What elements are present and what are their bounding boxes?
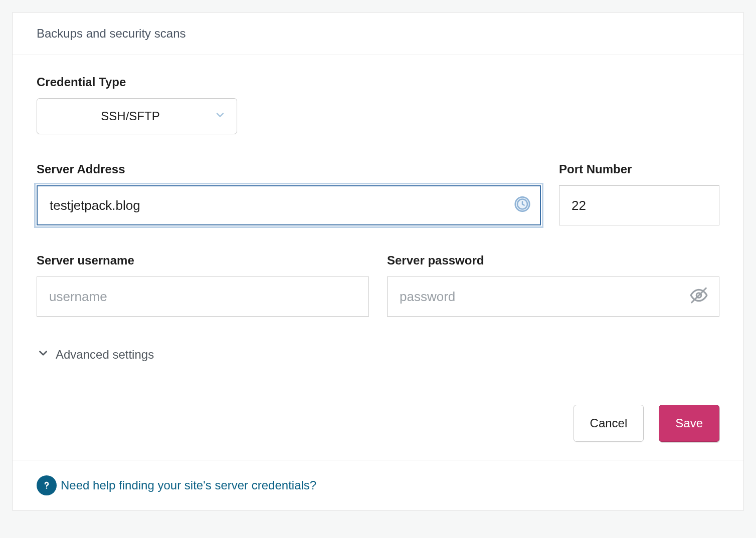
credential-type-select[interactable]: SSH/SFTP bbox=[37, 98, 237, 134]
credential-type-select-wrap: SSH/SFTP bbox=[37, 98, 237, 134]
password-label: Server password bbox=[387, 253, 719, 267]
username-input[interactable] bbox=[37, 277, 369, 317]
advanced-settings-label: Advanced settings bbox=[56, 348, 154, 362]
server-address-label: Server Address bbox=[37, 162, 541, 176]
card-body: Credential Type SSH/SFTP Server Address bbox=[13, 55, 743, 460]
port-input[interactable] bbox=[559, 185, 719, 225]
history-icon[interactable] bbox=[514, 196, 531, 215]
cancel-button[interactable]: Cancel bbox=[574, 405, 644, 442]
username-password-row: Server username Server password bbox=[37, 253, 719, 317]
card-header: Backups and security scans bbox=[13, 13, 743, 55]
question-circle-icon bbox=[37, 475, 57, 495]
card-footer: Need help finding your site's server cre… bbox=[13, 460, 743, 510]
form-actions: Cancel Save bbox=[37, 405, 719, 442]
help-link[interactable]: Need help finding your site's server cre… bbox=[37, 475, 316, 495]
password-input[interactable] bbox=[387, 277, 719, 317]
settings-card: Backups and security scans Credential Ty… bbox=[12, 12, 744, 511]
password-wrap bbox=[387, 277, 719, 317]
advanced-settings-toggle[interactable]: Advanced settings bbox=[37, 347, 719, 363]
port-field: Port Number bbox=[559, 162, 719, 225]
credential-type-label: Credential Type bbox=[37, 75, 719, 89]
server-address-field: Server Address bbox=[37, 162, 541, 225]
credential-type-value: SSH/SFTP bbox=[101, 109, 159, 123]
save-button[interactable]: Save bbox=[659, 405, 719, 442]
svg-point-4 bbox=[46, 487, 48, 489]
eye-off-icon[interactable] bbox=[689, 286, 708, 308]
server-address-input[interactable] bbox=[37, 185, 541, 225]
username-label: Server username bbox=[37, 253, 369, 267]
card-title: Backups and security scans bbox=[37, 27, 185, 40]
server-address-wrap bbox=[37, 185, 541, 225]
port-label: Port Number bbox=[559, 162, 719, 176]
username-field: Server username bbox=[37, 253, 369, 317]
address-port-row: Server Address Port Number bbox=[37, 162, 719, 225]
password-field: Server password bbox=[387, 253, 719, 317]
chevron-down-icon bbox=[37, 347, 50, 363]
help-text: Need help finding your site's server cre… bbox=[61, 478, 316, 492]
